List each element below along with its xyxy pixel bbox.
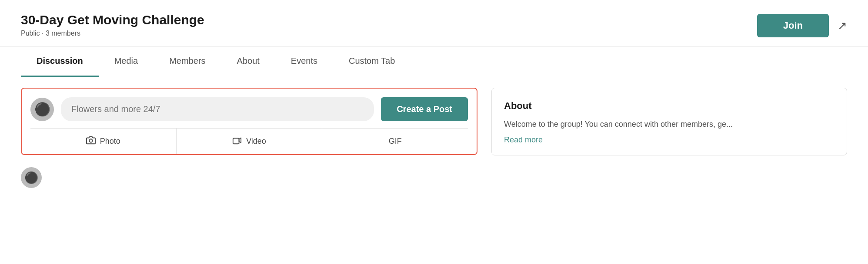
bottom-avatar: ⚫ — [21, 167, 42, 188]
tab-custom[interactable]: Custom Tab — [333, 46, 411, 77]
bottom-user-icon: ⚫ — [24, 171, 38, 185]
tab-discussion[interactable]: Discussion — [21, 46, 99, 77]
gif-action[interactable]: GIF — [322, 129, 468, 154]
gif-label: GIF — [389, 137, 402, 146]
bottom-hint: ⚫ — [21, 164, 477, 188]
right-column: About Welcome to the group! You can conn… — [491, 88, 847, 155]
about-card-description: Welcome to the group! You can connect wi… — [504, 119, 835, 130]
group-meta: Public · 3 members — [21, 30, 204, 37]
share-icon[interactable]: ↗ — [838, 19, 847, 33]
read-more-link[interactable]: Read more — [504, 135, 543, 144]
video-icon — [232, 135, 242, 147]
tab-media[interactable]: Media — [99, 46, 154, 77]
photo-icon — [86, 135, 96, 147]
tab-members[interactable]: Members — [154, 46, 221, 77]
create-post-button[interactable]: Create a Post — [381, 97, 468, 121]
video-label: Video — [246, 137, 266, 146]
page-wrapper: 30-Day Get Moving Challenge Public · 3 m… — [0, 0, 868, 264]
video-action[interactable]: Video — [177, 129, 323, 154]
join-button[interactable]: Join — [757, 14, 829, 37]
group-title: 30-Day Get Moving Challenge — [21, 12, 204, 28]
header-right: Join ↗ — [757, 14, 847, 37]
post-input-row: ⚫ Create a Post — [30, 97, 468, 121]
left-column: ⚫ Create a Post Photo — [21, 88, 477, 188]
tab-events[interactable]: Events — [275, 46, 333, 77]
header: 30-Day Get Moving Challenge Public · 3 m… — [0, 0, 868, 46]
user-icon: ⚫ — [34, 102, 50, 117]
header-left: 30-Day Get Moving Challenge Public · 3 m… — [21, 12, 204, 37]
about-card: About Welcome to the group! You can conn… — [491, 88, 847, 155]
post-input[interactable] — [61, 97, 374, 121]
nav-tabs: Discussion Media Members About Events Cu… — [0, 46, 868, 77]
about-card-title: About — [504, 100, 835, 112]
post-actions-row: Photo Video GIF — [30, 128, 468, 154]
svg-rect-1 — [233, 138, 239, 144]
tab-about[interactable]: About — [221, 46, 275, 77]
photo-action[interactable]: Photo — [30, 129, 177, 154]
photo-label: Photo — [100, 137, 120, 146]
avatar: ⚫ — [30, 98, 54, 121]
post-creation-box: ⚫ Create a Post Photo — [21, 88, 477, 155]
main-content: ⚫ Create a Post Photo — [0, 77, 868, 198]
svg-point-0 — [89, 139, 92, 142]
